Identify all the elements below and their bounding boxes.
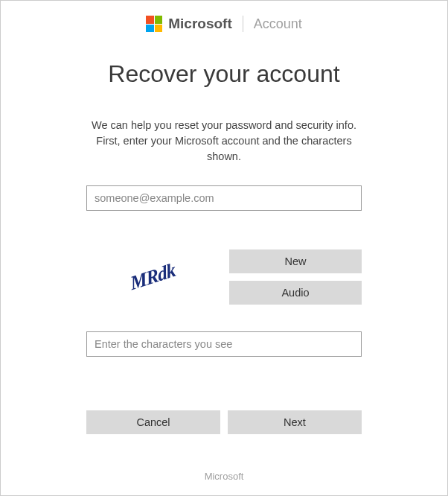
section-label: Account [254, 16, 302, 32]
captcha-image: MRdk [86, 250, 219, 304]
captcha-text: MRdk [129, 258, 177, 295]
instructions-text: We can help you reset your password and … [86, 118, 362, 165]
page-title: Recover your account [1, 60, 447, 88]
captcha-new-button[interactable]: New [229, 249, 362, 273]
captcha-audio-button[interactable]: Audio [229, 281, 362, 305]
page-header: Microsoft Account [1, 1, 447, 42]
action-row: Cancel Next [86, 410, 362, 434]
next-button[interactable]: Next [228, 410, 362, 434]
brand-label: Microsoft [168, 16, 232, 32]
footer-label: Microsoft [1, 471, 447, 482]
captcha-input[interactable] [86, 331, 362, 357]
header-divider [243, 16, 243, 32]
captcha-buttons: New Audio [229, 249, 362, 305]
microsoft-logo-icon [146, 16, 162, 32]
captcha-row: MRdk New Audio [86, 249, 362, 305]
form-content: We can help you reset your password and … [86, 118, 362, 434]
email-input[interactable] [86, 185, 362, 211]
cancel-button[interactable]: Cancel [86, 410, 220, 434]
